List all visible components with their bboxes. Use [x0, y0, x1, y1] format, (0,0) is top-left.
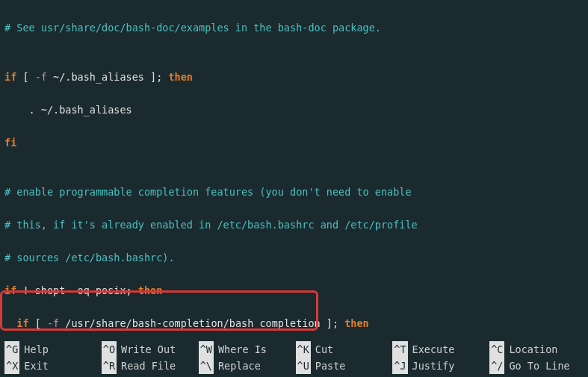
shortcut-bar: ^GHelp ^OWrite Out ^WWhere Is ^KCut ^TEx…	[0, 340, 588, 377]
keyword-then: then	[138, 284, 163, 296]
comment: # this, if it's already enabled in /etc/…	[4, 219, 418, 231]
shortcut-location[interactable]: ^CLocation	[489, 341, 584, 358]
shortcut-justify[interactable]: ^JJustify	[392, 358, 486, 374]
shortcut-exit[interactable]: ^XExit	[4, 358, 99, 374]
code-line: # sources /etc/bash.bashrc).	[4, 249, 584, 266]
code-line: if [ -f /usr/share/bash-completion/bash_…	[4, 315, 584, 331]
comment: # See usr/share/doc/bash-doc/examples in…	[4, 22, 381, 34]
shortcut-read-file[interactable]: ^RRead File	[102, 358, 196, 374]
comment: # sources /etc/bash.bashrc).	[4, 252, 175, 264]
keyword-then: then	[168, 71, 193, 83]
keyword-fi: fi	[4, 137, 16, 149]
shortcut-execute[interactable]: ^TExecute	[392, 341, 486, 358]
shortcut-where-is[interactable]: ^WWhere Is	[199, 341, 293, 358]
code-line: if [ -f ~/.bash_aliases ]; then	[4, 69, 584, 85]
comment: # enable programmable completion feature…	[4, 186, 412, 198]
keyword-if: if	[4, 71, 16, 83]
code-line: . ~/.bash_aliases	[4, 102, 584, 118]
keyword-if: if	[4, 284, 16, 296]
shortcut-cut[interactable]: ^KCut	[296, 341, 390, 358]
shortcut-paste[interactable]: ^UPaste	[296, 358, 390, 374]
keyword-then: then	[344, 317, 369, 329]
code-line: # enable programmable completion feature…	[4, 184, 584, 200]
keyword-if: if	[16, 317, 28, 329]
shortcut-help[interactable]: ^GHelp	[4, 341, 99, 358]
shortcut-write-out[interactable]: ^OWrite Out	[102, 341, 196, 358]
code-line: # See usr/share/doc/bash-doc/examples in…	[4, 19, 584, 36]
code-line: # this, if it's already enabled in /etc/…	[4, 216, 584, 233]
shortcut-go-to-line[interactable]: ^/Go To Line	[489, 358, 584, 374]
shortcut-replace[interactable]: ^\Replace	[199, 358, 293, 374]
editor-content[interactable]: # See usr/share/doc/bash-doc/examples in…	[0, 0, 588, 377]
code-line: fi	[4, 134, 584, 151]
code-line: if ! shopt -oq posix; then	[4, 282, 584, 299]
